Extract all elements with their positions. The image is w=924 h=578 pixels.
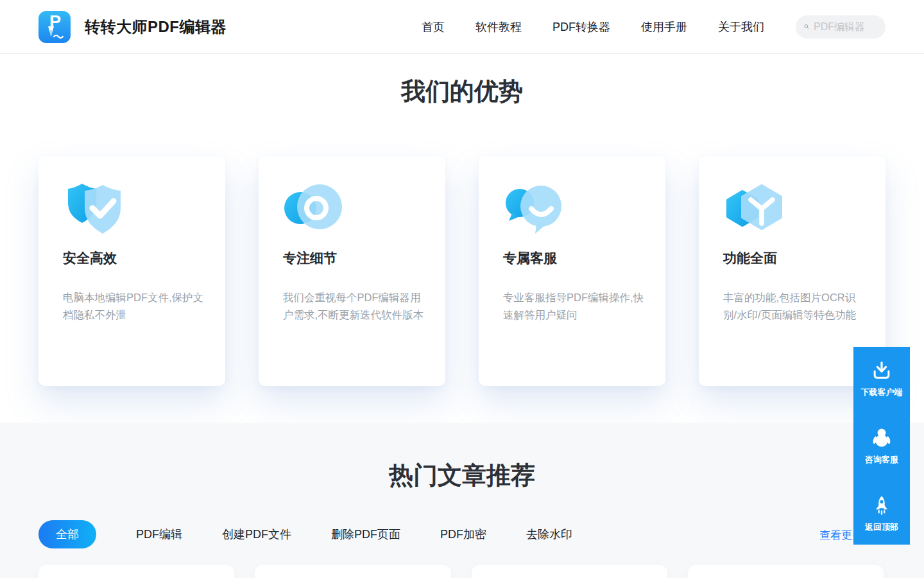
advantages-title: 我们的优势 (0, 77, 924, 105)
advantages-cards: 安全高效 电脑本地编辑PDF文件,保护文档隐私不外泄 专注细节 我们会重视每个P… (38, 156, 886, 386)
top-navbar: P 转转大师PDF编辑器 首页 软件教程 PDF转换器 使用手册 关于我们 (0, 0, 924, 54)
download-client-label: 下载客户端 (861, 387, 903, 398)
pen-p-logo-icon: P (38, 11, 71, 43)
nav-item-home[interactable]: 首页 (422, 19, 445, 35)
article-card[interactable] (688, 565, 884, 578)
article-card[interactable] (472, 565, 667, 578)
brand-logo[interactable]: P (38, 11, 71, 43)
tab-remove-watermark[interactable]: 去除水印 (526, 527, 572, 542)
article-tabs: 全部 PDF编辑 创建PDF文件 删除PDF页面 PDF加密 去除水印 (38, 520, 886, 548)
tab-create-pdf[interactable]: 创建PDF文件 (222, 527, 291, 542)
advantage-card-support: 专属客服 专业客服指导PDF编辑操作,快速解答用户疑问 (479, 156, 665, 386)
hexagon-cube-icon (723, 180, 787, 236)
shield-check-icon (63, 180, 127, 236)
nav-item-tutorials[interactable]: 软件教程 (475, 19, 522, 35)
brand-title: 转转大师PDF编辑器 (85, 17, 227, 37)
rocket-icon (871, 495, 893, 516)
chat-bubbles-icon (503, 180, 567, 236)
back-to-top-label: 返回顶部 (865, 521, 898, 533)
articles-title: 热门文章推荐 (0, 461, 924, 489)
article-card[interactable] (38, 565, 234, 578)
advantage-card-desc: 丰富的功能,包括图片OCR识别/水印/页面编辑等特色功能 (723, 289, 866, 323)
search-icon (804, 21, 809, 33)
search-box[interactable] (796, 15, 886, 39)
advantage-card-title: 功能全面 (723, 249, 866, 267)
advantage-card-desc: 我们会重视每个PDF编辑器用户需求,不断更新迭代软件版本 (283, 289, 426, 323)
article-cards-row (38, 565, 884, 578)
back-to-top-button[interactable]: 返回顶部 (865, 495, 898, 533)
nav-item-pdf-converter[interactable]: PDF转换器 (552, 19, 610, 35)
focus-circles-icon (283, 180, 347, 236)
page: P 转转大师PDF编辑器 首页 软件教程 PDF转换器 使用手册 关于我们 我们… (0, 0, 924, 578)
articles-section: 热门文章推荐 全部 PDF编辑 创建PDF文件 删除PDF页面 PDF加密 去除… (0, 423, 924, 578)
advantage-card-desc: 电脑本地编辑PDF文件,保护文档隐私不外泄 (63, 289, 206, 323)
advantage-card-title: 专注细节 (283, 249, 426, 267)
advantage-card-title: 安全高效 (63, 249, 206, 267)
download-icon (871, 360, 893, 381)
advantage-card-desc: 专业客服指导PDF编辑操作,快速解答用户疑问 (503, 289, 646, 323)
qq-penguin-icon (871, 427, 893, 449)
advantage-card-detail: 专注细节 我们会重视每个PDF编辑器用户需求,不断更新迭代软件版本 (259, 156, 445, 386)
advantages-section: 我们的优势 安全高效 电脑本地编辑PDF文件,保护文档隐私不外泄 (0, 54, 924, 423)
download-client-button[interactable]: 下载客户端 (861, 360, 903, 398)
nav-item-manual[interactable]: 使用手册 (641, 19, 687, 35)
contact-support-button[interactable]: 咨询客服 (865, 427, 898, 466)
contact-support-label: 咨询客服 (865, 454, 898, 466)
search-input[interactable] (814, 21, 878, 33)
tab-pdf-encrypt[interactable]: PDF加密 (440, 527, 486, 542)
tab-pdf-edit[interactable]: PDF编辑 (136, 527, 182, 542)
main-nav: 首页 软件教程 PDF转换器 使用手册 关于我们 (422, 19, 764, 35)
advantage-card-security: 安全高效 电脑本地编辑PDF文件,保护文档隐私不外泄 (38, 156, 225, 386)
tab-all[interactable]: 全部 (38, 520, 96, 548)
nav-item-about[interactable]: 关于我们 (718, 19, 764, 35)
advantage-card-title: 专属客服 (503, 249, 646, 267)
article-card[interactable] (255, 565, 450, 578)
tab-delete-pages[interactable]: 删除PDF页面 (331, 527, 400, 542)
floating-side-panel: 下载客户端 咨询客服 返回顶部 (853, 347, 910, 545)
